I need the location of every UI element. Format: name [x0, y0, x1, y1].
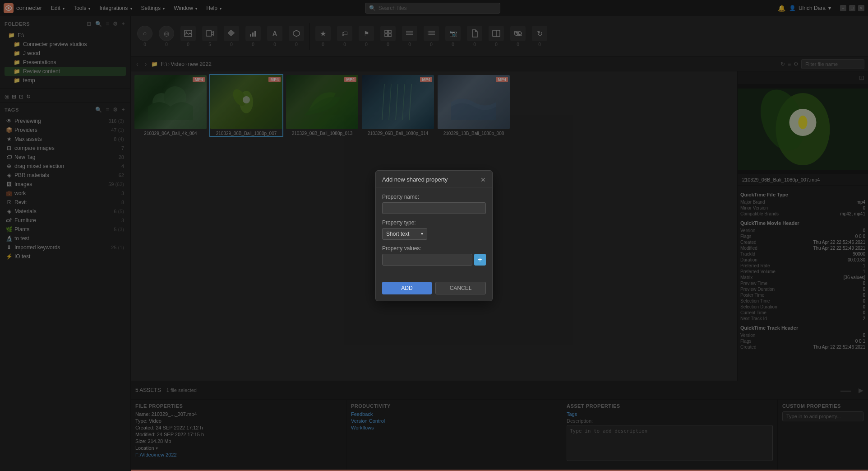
property-type-field: Property type: Short text ▾: [382, 219, 486, 240]
property-values-add-btn[interactable]: +: [474, 254, 486, 266]
property-type-dropdown[interactable]: Short text ▾: [382, 228, 427, 240]
property-values-row: +: [382, 254, 486, 266]
modal-title: Add new shared property: [382, 176, 448, 183]
property-values-field: Property values: +: [382, 245, 486, 266]
modal-overlay[interactable]: Add new shared property ✕ Property name:…: [0, 0, 868, 471]
modal-header: Add new shared property ✕: [376, 171, 492, 187]
property-values-input[interactable]: [382, 254, 472, 266]
modal-footer: ADD CANCEL: [376, 277, 492, 301]
property-type-label: Property type:: [382, 219, 486, 226]
modal-add-button[interactable]: ADD: [382, 282, 432, 294]
property-name-field: Property name:: [382, 194, 486, 214]
modal-cancel-button[interactable]: CANCEL: [435, 282, 486, 294]
property-name-label: Property name:: [382, 194, 486, 200]
property-type-select: Short text ▾: [382, 228, 486, 240]
dropdown-chevron-icon: ▾: [421, 231, 423, 236]
property-values-label: Property values:: [382, 245, 486, 252]
property-name-input[interactable]: [382, 202, 486, 214]
property-type-value: Short text: [386, 231, 409, 237]
modal-close-button[interactable]: ✕: [480, 176, 486, 183]
modal-body: Property name: Property type: Short text…: [376, 187, 492, 277]
add-shared-property-modal: Add new shared property ✕ Property name:…: [375, 170, 493, 301]
